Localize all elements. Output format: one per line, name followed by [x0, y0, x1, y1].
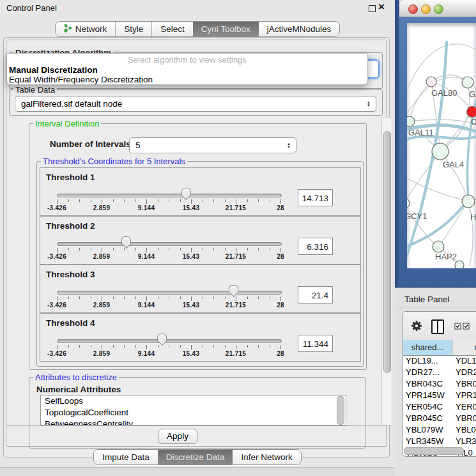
cell-name[interactable]: YPR1 — [452, 390, 476, 401]
columns-icon[interactable] — [431, 319, 444, 334]
threshold-4-value-field[interactable]: 11.344 — [298, 335, 333, 352]
column-header-shared-name[interactable]: shared... — [403, 340, 452, 355]
threshold-2-value-field[interactable]: 6.316 — [298, 238, 333, 255]
tab-impute-data[interactable]: Impute Data — [94, 450, 158, 464]
threshold-3-slider-thumb[interactable] — [229, 285, 238, 293]
numerical-attributes-label: Numerical Attributes — [36, 385, 121, 394]
cyni-bottom-tabs: Impute Data Discretize Data Infer Networ… — [0, 449, 395, 464]
network-view-window[interactable]: GAL80GACGAL11GAL4GCY1HHAP2 — [399, 0, 476, 288]
slider-ticks — [57, 199, 280, 204]
gear-icon[interactable] — [411, 320, 422, 334]
table-row[interactable]: YLR345W YLR3 — [403, 436, 476, 447]
network-canvas[interactable]: GAL80GACGAL11GAL4GCY1HHAP2 — [407, 23, 476, 268]
tab-style[interactable]: Style — [115, 22, 151, 36]
tab-infer-network[interactable]: Infer Network — [233, 450, 300, 464]
dropdown-placeholder-item[interactable]: Select algorithm to view settings — [7, 55, 367, 65]
cell-shared-name[interactable]: YDR27... — [403, 367, 452, 378]
num-intervals-combobox[interactable]: 5 ▲▼ — [129, 137, 296, 153]
threshold-3-slider-track[interactable] — [57, 291, 282, 295]
threshold-3-value-field[interactable]: 21.4 — [298, 286, 333, 303]
minimize-traffic-light-icon[interactable] — [421, 4, 431, 14]
cell-name[interactable]: YDL1 — [452, 355, 476, 367]
select-columns-icon[interactable] — [454, 323, 470, 330]
cell-shared-name[interactable]: YLR345W — [403, 436, 452, 447]
cell-shared-name[interactable]: YER054C — [403, 401, 452, 413]
table-toolbar — [403, 312, 476, 341]
table-row[interactable]: YBR045C YBR0 — [403, 413, 476, 424]
dropdown-item-manual-discretization[interactable]: Manual Discretization — [7, 65, 367, 75]
tab-network[interactable]: Network — [56, 22, 116, 36]
threshold-4-panel: Threshold 4 -3.4262.8599.14415.4321.7152… — [40, 313, 361, 362]
control-panel-tabs: Network Style Select Cyni Toolbox jActiv… — [0, 21, 395, 36]
column-header-name[interactable]: na — [452, 340, 476, 355]
network-node — [467, 107, 476, 118]
tab-label: Infer Network — [241, 452, 292, 462]
table-row[interactable]: YPR145W YPR1 — [403, 390, 476, 401]
dropdown-item-equal-width[interactable]: Equal Width/Frequency Discretization — [7, 75, 367, 84]
network-window-titlebar[interactable] — [399, 0, 476, 17]
slider-ticks — [57, 345, 280, 350]
slider-tick-labels: -3.4262.8599.14415.4321.71528 — [57, 302, 280, 309]
table-row[interactable]: YBL079W YBL0 — [403, 424, 476, 436]
cell-shared-name[interactable]: YBR045C — [403, 413, 452, 424]
apply-button[interactable]: Apply — [158, 429, 197, 444]
cell-name[interactable]: YBL0 — [452, 424, 476, 436]
threshold-3-label: Threshold 3 — [46, 270, 95, 279]
threshold-4-slider-thumb[interactable] — [157, 334, 167, 341]
cell-shared-name[interactable]: YPR145W — [403, 390, 452, 401]
cell-name[interactable]: YLR3 — [452, 436, 476, 447]
network-node-label: C — [471, 117, 476, 127]
table-data-group-title: Table Data — [13, 85, 57, 95]
float-window-icon[interactable] — [369, 5, 376, 12]
slider-tick-labels: -3.4262.8599.14415.4321.71528 — [57, 350, 280, 358]
tab-cyni-toolbox[interactable]: Cyni Toolbox — [193, 22, 259, 36]
threshold-2-slider-track[interactable] — [57, 242, 282, 246]
table-body: YDL19... YDL1 YDR27... YDR2 YBR043C YBR0… — [403, 355, 476, 457]
cell-shared-name[interactable]: YDL19... — [403, 355, 452, 367]
network-icon — [64, 24, 72, 35]
table-row[interactable]: YDR27... YDR2 — [403, 367, 476, 378]
threshold-2-panel: Threshold 2 -3.4262.8599.14415.4321.7152… — [40, 216, 361, 265]
attributes-list-scrollbar[interactable] — [337, 396, 344, 425]
close-traffic-light-icon[interactable] — [408, 4, 418, 14]
table-row[interactable]: YER054C YER0 — [403, 401, 476, 413]
table-data-combobox[interactable]: galFiltered.sif default node ▲▼ — [15, 96, 376, 112]
threshold-1-slider-track[interactable] — [57, 194, 282, 197]
status-strip — [0, 467, 395, 476]
list-item[interactable]: TopologicalCoefficient — [41, 407, 346, 418]
tab-label: Network — [75, 24, 107, 34]
node-table: shared... na YDL19... YDL1 YDR27... YDR2… — [403, 311, 476, 457]
cell-name[interactable]: YBR0 — [452, 378, 476, 390]
cell-shared-name[interactable]: YBR043C — [403, 378, 452, 390]
threshold-2-slider-thumb[interactable] — [121, 236, 131, 244]
cell-shared-name[interactable]: YBL079W — [403, 424, 452, 436]
cell-name[interactable]: YDR2 — [452, 367, 476, 378]
num-intervals-label: Number of Intervals — [50, 139, 131, 149]
tab-label: Style — [124, 24, 143, 34]
table-data-selected-value: galFiltered.sif default node — [15, 99, 364, 109]
threshold-4-slider-track[interactable] — [57, 339, 282, 343]
cell-name[interactable]: YBR0 — [452, 413, 476, 424]
table-horizontal-scrollbar[interactable] — [404, 447, 464, 455]
tab-discretize-data[interactable]: Discretize Data — [158, 450, 233, 464]
tab-label: jActiveMNodules — [267, 24, 332, 34]
numerical-attributes-list[interactable]: SelfLoopsTopologicalCoefficientBetweenne… — [40, 395, 346, 426]
threshold-2-label: Threshold 2 — [46, 221, 95, 231]
table-row[interactable]: YDL19... YDL1 — [403, 355, 476, 367]
cell-name[interactable]: YER0 — [452, 401, 476, 413]
close-icon[interactable]: × — [378, 1, 385, 13]
tab-select[interactable]: Select — [151, 22, 193, 36]
threshold-1-slider-thumb[interactable] — [181, 188, 191, 196]
network-node — [407, 198, 410, 208]
settings-scrollbar-thumb[interactable] — [383, 131, 391, 373]
zoom-traffic-light-icon[interactable] — [434, 4, 443, 14]
tab-jactivemnodules[interactable]: jActiveMNodules — [259, 22, 340, 36]
network-node-label: GAL11 — [408, 128, 434, 137]
threshold-1-value-field[interactable]: 14.713 — [298, 189, 333, 206]
table-row[interactable]: YBR043C YBR0 — [403, 378, 476, 390]
num-intervals-value: 5 — [130, 141, 284, 150]
network-node — [455, 261, 464, 268]
attributes-group-title: Attributes to discretize — [33, 372, 119, 382]
network-node — [432, 143, 449, 160]
list-item[interactable]: SelfLoops — [41, 395, 346, 407]
